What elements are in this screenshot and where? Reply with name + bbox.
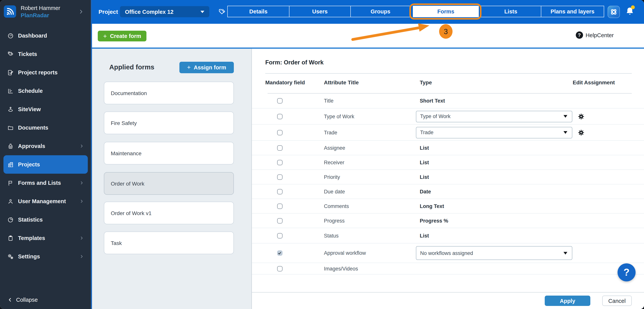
type-dropdown[interactable]: Type of Work — [416, 110, 572, 122]
chevron-right-icon — [79, 236, 84, 240]
sidebar-item-approvals[interactable]: Approvals — [4, 137, 88, 155]
mandatory-checkbox[interactable] — [277, 233, 282, 238]
flag-icon — [7, 180, 14, 186]
assign-form-button[interactable]: + Assign form — [180, 62, 234, 73]
pie-chart-icon — [7, 216, 14, 223]
form-card-order-of-work-v1[interactable]: Order of Work v1 — [104, 202, 234, 224]
user-account-button[interactable]: Robert Hammer PlanRadar — [0, 0, 91, 24]
edit-assignment-gear-icon[interactable] — [577, 112, 585, 120]
chevron-right-icon — [79, 144, 84, 148]
mandatory-checkbox[interactable] — [277, 130, 282, 135]
sidebar-item-templates[interactable]: Templates — [4, 229, 88, 247]
chevron-right-icon — [79, 199, 84, 204]
mandatory-checkbox[interactable] — [277, 98, 282, 104]
caret-down-icon — [564, 131, 567, 134]
create-form-button[interactable]: + Create form — [98, 31, 146, 42]
table-row: Receiver List — [252, 155, 644, 170]
gantt-chart-icon — [7, 88, 14, 94]
help-center-button[interactable]: ? HelpCenter — [576, 24, 614, 46]
attributes-table: Title Short Text Type of Work Type of Wo… — [252, 94, 644, 274]
mandatory-checkbox[interactable] — [277, 204, 282, 209]
project-tabs-group-1: Details Users Groups — [227, 6, 410, 17]
sidebar-item-user-management[interactable]: User Management — [4, 192, 88, 210]
table-row: Priority List — [252, 170, 644, 184]
table-row: Assignee List — [252, 141, 644, 155]
clipboard-icon — [7, 235, 14, 241]
check-icon — [278, 251, 282, 255]
project-tabs-group-2: Lists Plans and layers — [480, 6, 604, 17]
tab-users[interactable]: Users — [289, 6, 350, 17]
chevron-right-icon — [79, 180, 84, 185]
edit-assignment-gear-icon[interactable] — [577, 128, 585, 137]
apply-button[interactable]: Apply — [545, 296, 590, 306]
sidebar-item-projects[interactable]: Projects — [4, 155, 88, 174]
table-header: Mandatory field Attribute Title Type Edi… — [252, 79, 644, 88]
gauge-icon — [7, 32, 14, 39]
report-pencil-icon — [7, 69, 14, 76]
sidebar-item-project-reports[interactable]: Project reports — [4, 63, 88, 82]
sidebar-item-settings[interactable]: Settings — [4, 247, 88, 266]
form-detail-panel: Form: Order of Work Mandatory field Attr… — [252, 49, 644, 309]
table-row: Due date Date — [252, 184, 644, 199]
tab-plans-and-layers[interactable]: Plans and layers — [541, 6, 604, 17]
sidebar-nav: Dashboard Tickets Project reports Schedu… — [0, 26, 91, 266]
chevron-right-icon — [79, 254, 84, 259]
action-footer: Apply Cancel — [252, 292, 644, 309]
col-edit-assignment: Edit Assignment — [573, 79, 615, 86]
cancel-button[interactable]: Cancel — [602, 296, 632, 306]
table-row: Approval workflow No workflows assigned — [252, 244, 644, 263]
form-detail-title: Form: Order of Work — [265, 59, 324, 66]
tab-details[interactable]: Details — [228, 6, 289, 17]
sidebar: Robert Hammer PlanRadar Dashboard Ticket… — [0, 0, 92, 309]
notification-dot — [631, 5, 635, 9]
sidebar-item-dashboard[interactable]: Dashboard — [4, 26, 88, 45]
mandatory-checkbox[interactable] — [277, 266, 282, 271]
sidebar-item-forms-and-lists[interactable]: Forms and Lists — [4, 174, 88, 192]
table-row: Comments Long Text — [252, 199, 644, 214]
company-name: PlanRadar — [21, 12, 49, 18]
mandatory-checkbox[interactable] — [277, 189, 282, 194]
applied-forms-title: Applied forms — [109, 63, 154, 71]
table-row: Type of Work Type of Work — [252, 108, 644, 124]
tab-forms[interactable]: Forms — [413, 6, 479, 17]
workflow-dropdown[interactable]: No workflows assigned — [416, 246, 572, 260]
form-card-order-of-work[interactable]: Order of Work — [104, 172, 234, 195]
form-card-task[interactable]: Task — [104, 232, 234, 254]
tab-groups[interactable]: Groups — [350, 6, 410, 17]
table-row: Images/Videos — [252, 263, 644, 274]
mandatory-checkbox[interactable] — [277, 145, 282, 150]
mandatory-checkbox-checked[interactable] — [277, 250, 282, 256]
tab-lists[interactable]: Lists — [481, 6, 541, 17]
planradar-connect-button[interactable] — [608, 6, 620, 18]
caret-down-icon — [564, 115, 567, 118]
plus-icon: + — [187, 64, 191, 70]
project-label: Project — [98, 8, 118, 15]
form-card-fire-safety[interactable]: Fire Safety — [104, 112, 234, 134]
question-mark-icon: ? — [576, 32, 583, 39]
gears-icon — [7, 253, 14, 260]
tags-icon — [7, 51, 14, 57]
chevron-right-icon — [78, 8, 84, 15]
sidebar-item-siteview[interactable]: SiteView — [4, 100, 88, 118]
sidebar-item-schedule[interactable]: Schedule — [4, 82, 88, 100]
planradar-logo-icon — [4, 5, 16, 18]
notifications-button[interactable] — [624, 6, 635, 17]
type-dropdown[interactable]: Trade — [416, 127, 572, 138]
folder-icon — [7, 124, 14, 131]
col-mandatory-field: Mandatory field — [265, 79, 305, 86]
sidebar-item-documents[interactable]: Documents — [4, 118, 88, 137]
mandatory-checkbox[interactable] — [277, 160, 282, 165]
sidebar-item-statistics[interactable]: Statistics — [4, 210, 88, 229]
form-card-documentation[interactable]: Documentation — [104, 82, 234, 104]
project-selector[interactable]: Office Complex 12 — [120, 6, 209, 17]
tag-icon[interactable] — [218, 8, 226, 16]
plus-icon: + — [103, 33, 107, 39]
floating-help-button[interactable]: ? — [618, 264, 636, 282]
collapse-sidebar-button[interactable]: Collapse — [7, 295, 38, 304]
mandatory-checkbox[interactable] — [277, 218, 282, 223]
table-row: Trade Trade — [252, 124, 644, 141]
sidebar-item-tickets[interactable]: Tickets — [4, 45, 88, 63]
mandatory-checkbox[interactable] — [277, 114, 282, 119]
mandatory-checkbox[interactable] — [277, 174, 282, 180]
form-card-maintenance[interactable]: Maintenance — [104, 142, 234, 164]
